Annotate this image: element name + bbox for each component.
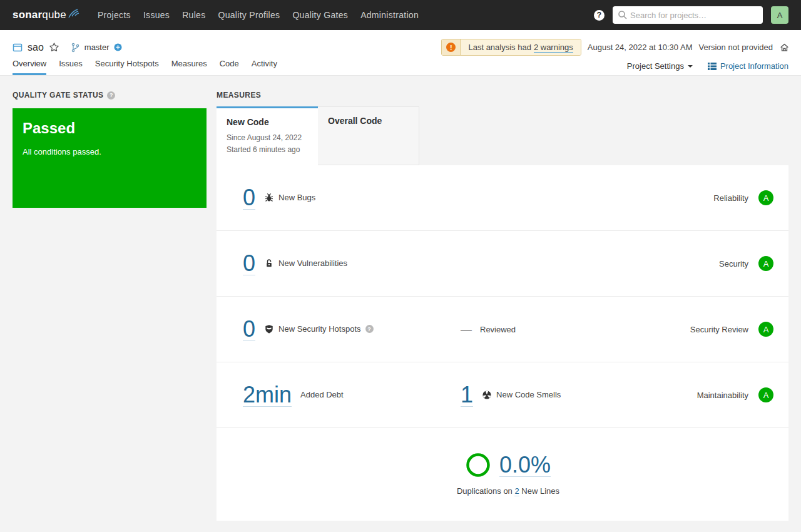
tab-code[interactable]: Code [220, 59, 239, 75]
reviewed-label: Reviewed [480, 325, 516, 334]
duplications-caption: Duplications on 2 New Lines [457, 486, 559, 496]
security-label: Security [719, 259, 748, 269]
security-review-rating-badge: A [758, 322, 773, 337]
analysis-meta: ! Last analysis had 2 warnings August 24… [441, 39, 790, 56]
nav-item-rules[interactable]: Rules [182, 10, 205, 20]
project-settings-dropdown[interactable]: Project Settings [627, 61, 693, 71]
warning-text: Last analysis had 2 warnings [461, 39, 580, 55]
security-rating-badge: A [758, 256, 773, 271]
lock-icon [264, 258, 274, 269]
project-actions: Project Settings Project Information [627, 61, 788, 75]
new-vulnerabilities-label: New Vulnerabilities [264, 258, 347, 269]
help-icon[interactable]: ? [594, 10, 605, 21]
logo-swoosh-icon [68, 8, 80, 19]
branch-name: master [84, 43, 110, 52]
tab-issues[interactable]: Issues [59, 59, 83, 75]
duplications-value[interactable]: 0.0% [499, 453, 551, 478]
warning-icon-cell: ! [442, 39, 461, 55]
duplication-ring-icon [466, 453, 491, 478]
project-information-link[interactable]: Project Information [708, 61, 788, 71]
quality-gate-help-icon[interactable]: ? [107, 91, 115, 100]
added-debt-value[interactable]: 2min [243, 383, 292, 407]
security-review-label: Security Review [690, 325, 748, 334]
project-title-row: sao master ! Last analysis had 2 warning… [0, 30, 801, 55]
tab-activity[interactable]: Activity [252, 59, 277, 75]
quality-gate-status-box: Passed All conditions passed. [13, 108, 207, 208]
warnings-link[interactable]: 2 warnings [534, 43, 573, 53]
reliability-label: Reliability [713, 193, 748, 203]
new-bugs-value[interactable]: 0 [243, 186, 255, 210]
warning-icon: ! [446, 43, 456, 52]
version-label: Version not provided [698, 43, 773, 52]
analysis-warning-badge: ! Last analysis had 2 warnings [441, 39, 581, 56]
measures-tabs: New Code Since August 24, 2022 Started 6… [217, 106, 419, 165]
main-nav: Projects Issues Rules Quality Profiles Q… [98, 10, 419, 20]
search-input[interactable] [613, 6, 763, 24]
measure-row-maintainability: 2min Added Debt 1 New Code Smells Mainta… [217, 362, 788, 428]
logo-text: sonarqube [13, 9, 66, 21]
maintainability-label: Maintainability [697, 391, 748, 400]
measure-row-duplications: 0.0% Duplications on 2 New Lines [217, 428, 788, 520]
project-icon [13, 43, 23, 53]
quality-gate-status: Passed [23, 120, 196, 137]
new-code-started: Started 6 minutes ago [227, 144, 308, 156]
new-security-hotspots-label: New Security Hotspots ? [264, 324, 374, 334]
reviewed-value: — [461, 323, 471, 336]
measure-row-reliability: 0 New Bugs Reliability A [217, 165, 788, 231]
new-bugs-label: New Bugs [264, 193, 315, 203]
project-tabs-row: Overview Issues Security Hotspots Measur… [0, 55, 801, 75]
tab-overview[interactable]: Overview [13, 59, 46, 75]
branch-icon [71, 43, 80, 53]
code-smell-icon [482, 390, 492, 400]
top-navbar: sonarqube Projects Issues Rules Quality … [0, 0, 801, 30]
search-icon [618, 10, 628, 20]
nav-item-administration[interactable]: Administration [360, 10, 419, 20]
branch-selector: master [71, 43, 122, 53]
nav-item-quality-gates[interactable]: Quality Gates [292, 10, 348, 20]
nav-item-quality-profiles[interactable]: Quality Profiles [218, 10, 280, 20]
maintainability-rating-badge: A [758, 387, 773, 402]
home-icon[interactable] [779, 42, 790, 53]
chevron-down-icon [688, 65, 693, 68]
measure-row-security: 0 New Vulnerabilities Security A [217, 231, 788, 297]
tab-measures[interactable]: Measures [171, 59, 207, 75]
hotspots-help-icon[interactable]: ? [365, 325, 374, 333]
nav-item-projects[interactable]: Projects [98, 10, 131, 20]
measure-row-security-review: 0 New Security Hotspots ? — Reviewed Sec… [217, 297, 788, 362]
reliability-rating-badge: A [758, 190, 773, 205]
overview-content: QUALITY GATE STATUS ? Passed All conditi… [0, 76, 801, 532]
navbar-right: ? A [594, 6, 788, 24]
measures-heading: MEASURES [217, 91, 261, 100]
project-tabs: Overview Issues Security Hotspots Measur… [13, 59, 277, 75]
shield-icon [264, 324, 274, 334]
user-avatar[interactable]: A [771, 6, 788, 24]
tab-new-code[interactable]: New Code Since August 24, 2022 Started 6… [217, 106, 318, 165]
new-code-smells-label: New Code Smells [482, 390, 561, 400]
search-container [613, 6, 763, 24]
nav-item-issues[interactable]: Issues [143, 10, 170, 20]
new-code-since: Since August 24, 2022 [227, 132, 308, 144]
favorite-star-icon[interactable] [49, 42, 59, 53]
add-branch-icon[interactable] [114, 43, 122, 51]
analysis-date: August 24, 2022 at 10:30 AM [588, 43, 693, 52]
sonarqube-logo[interactable]: sonarqube [13, 9, 80, 21]
tab-security-hotspots[interactable]: Security Hotspots [95, 59, 159, 75]
new-security-hotspots-value[interactable]: 0 [243, 317, 255, 342]
list-icon [708, 62, 717, 71]
new-code-smells-value[interactable]: 1 [461, 383, 473, 407]
project-header: sao master ! Last analysis had 2 warning… [0, 30, 801, 76]
tab-overall-code[interactable]: Overall Code [318, 106, 419, 165]
quality-gate-heading: QUALITY GATE STATUS ? [13, 91, 115, 100]
quality-gate-description: All conditions passed. [23, 147, 196, 156]
project-title: sao [13, 42, 59, 53]
bug-icon [264, 193, 274, 203]
project-name: sao [28, 42, 44, 53]
new-vulnerabilities-value[interactable]: 0 [243, 252, 255, 276]
added-debt-label: Added Debt [300, 390, 344, 399]
new-lines-link[interactable]: 2 [514, 486, 519, 496]
measures-card: 0 New Bugs Reliability A 0 [217, 165, 788, 521]
